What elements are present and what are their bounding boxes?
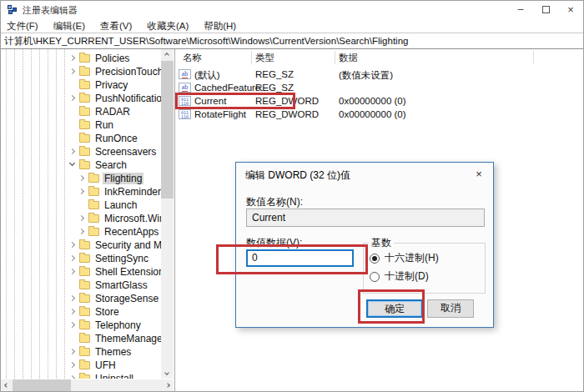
menu-edit[interactable]: 编辑(E) — [53, 20, 85, 33]
chevron-right-icon[interactable] — [69, 361, 78, 369]
column-header-type[interactable]: 类型 — [255, 52, 274, 64]
scroll-right-icon[interactable] — [162, 379, 174, 392]
menu-favorites[interactable]: 收藏夹(A) — [147, 20, 189, 33]
chevron-right-icon[interactable] — [69, 294, 78, 303]
radio-hexadecimal[interactable]: 十六进制(H) — [370, 251, 439, 265]
base-group-label: 基数 — [369, 236, 394, 250]
folder-icon — [79, 321, 90, 329]
chevron-right-icon[interactable] — [69, 148, 78, 156]
tree-item-pushnotifications[interactable]: PushNotifications — [1, 92, 161, 105]
menu-view[interactable]: 查看(V) — [100, 20, 132, 33]
chevron-right-icon[interactable] — [69, 54, 78, 63]
maximize-icon — [542, 6, 550, 13]
dialog-close-icon[interactable]: × — [472, 168, 486, 181]
value-row-current[interactable]: 011110 Current REG_DWORD 0x00000000 (0) — [176, 94, 584, 108]
tree-item-store[interactable]: Store — [1, 305, 161, 319]
tree-item-search[interactable]: Search — [1, 158, 161, 172]
tree-item-inkreminder[interactable]: InkReminder — [1, 185, 161, 199]
tree-item-uninstall[interactable]: Uninstall — [1, 372, 161, 379]
menu-bar: 文件(F) 编辑(E) 查看(V) 收藏夹(A) 帮助(H) — [1, 19, 583, 33]
tree-item-radar[interactable]: RADAR — [1, 105, 161, 118]
value-name-field[interactable]: Current — [246, 209, 485, 227]
menu-file[interactable]: 文件(F) — [7, 20, 38, 33]
chevron-down-icon[interactable] — [69, 161, 78, 169]
tree-item-ufh[interactable]: UFH — [1, 359, 161, 372]
tree-item-privacy[interactable]: Privacy — [1, 78, 161, 92]
tree-item-shell-extensions[interactable]: Shell Extensions — [1, 265, 161, 279]
scrollbar-thumb[interactable] — [13, 379, 71, 392]
value-row-default[interactable]: ab (默认) REG_SZ (数值未设置) — [176, 68, 584, 81]
tree-item-precisiontouchpad[interactable]: PrecisionTouchPa — [1, 65, 161, 78]
cancel-button[interactable]: 取消 — [427, 299, 474, 318]
chevron-right-icon[interactable] — [69, 268, 78, 276]
chevron-right-icon[interactable] — [69, 308, 78, 316]
string-value-icon: ab — [179, 83, 191, 93]
folder-icon — [79, 108, 90, 116]
dialog-title-bar: 编辑 DWORD (32 位)值 × — [236, 163, 493, 185]
tree-horizontal-scrollbar[interactable] — [1, 379, 174, 392]
column-header-name[interactable]: 名称 — [183, 52, 202, 64]
close-button[interactable]: × — [558, 1, 583, 18]
value-row-cachedfeature[interactable]: ab CachedFeature... REG_SZ — [176, 81, 584, 94]
tree-vertical-scrollbar[interactable] — [161, 49, 174, 379]
chevron-right-icon[interactable] — [69, 241, 78, 249]
folder-icon — [79, 94, 90, 103]
radio-selected-icon — [370, 254, 380, 264]
folder-icon — [88, 214, 99, 223]
value-row-rotateflight[interactable]: 011110 RotateFlight REG_DWORD 0x00000000… — [176, 108, 584, 121]
tree-item-thememanager[interactable]: ThemeManager — [1, 332, 161, 345]
scrollbar-thumb[interactable] — [161, 61, 174, 199]
chevron-right-icon[interactable] — [69, 321, 78, 329]
edit-dword-dialog: 编辑 DWORD (32 位)值 × 数值名称(N): Current 数值数据… — [235, 162, 494, 328]
folder-icon — [79, 54, 90, 63]
menu-help[interactable]: 帮助(H) — [204, 20, 236, 33]
chevron-right-icon[interactable] — [78, 188, 87, 196]
tree-item-run[interactable]: Run — [1, 118, 161, 132]
chevron-right-icon[interactable] — [69, 348, 78, 356]
chevron-right-icon[interactable] — [69, 68, 78, 76]
folder-icon — [79, 308, 90, 316]
address-bar[interactable]: 计算机\HKEY_CURRENT_USER\Software\Microsoft… — [1, 33, 583, 49]
tree-item-policies[interactable]: Policies — [1, 52, 161, 65]
tree-item-microsoft-win[interactable]: Microsoft.Win — [1, 212, 161, 225]
tree-item-storagesense[interactable]: StorageSense — [1, 292, 161, 305]
chevron-right-icon[interactable] — [78, 214, 87, 223]
value-name-label: 数值名称(N): — [246, 195, 303, 209]
chevron-right-icon[interactable] — [69, 254, 78, 263]
title-bar: 注册表编辑器 – × — [1, 1, 583, 19]
tree-item-telephony[interactable]: Telephony — [1, 319, 161, 332]
chevron-right-icon[interactable] — [69, 374, 78, 379]
tree-item-security-maintenance[interactable]: Security and Mai — [1, 239, 161, 252]
tree-item-runonce[interactable]: RunOnce — [1, 132, 161, 145]
tree-item-screensavers[interactable]: Screensavers — [1, 145, 161, 158]
dword-value-icon: 011110 — [179, 96, 191, 106]
folder-icon — [79, 134, 90, 143]
folder-icon — [79, 148, 90, 156]
registry-path: 计算机\HKEY_CURRENT_USER\Software\Microsoft… — [4, 35, 408, 48]
scroll-left-icon[interactable] — [1, 379, 13, 392]
tree-item-themes[interactable]: Themes — [1, 345, 161, 359]
chevron-right-icon[interactable] — [78, 174, 87, 183]
chevron-right-icon[interactable] — [78, 228, 87, 236]
maximize-button[interactable] — [533, 1, 558, 18]
folder-icon — [79, 334, 90, 343]
dword-value-icon: 011110 — [179, 109, 191, 119]
folder-icon — [79, 161, 90, 169]
chevron-none — [78, 201, 87, 209]
folder-icon — [79, 374, 90, 379]
tree-item-flighting[interactable]: Flighting — [1, 172, 161, 185]
scroll-down-icon[interactable] — [161, 367, 174, 379]
radio-decimal[interactable]: 十进制(D) — [370, 269, 429, 284]
tree-item-launch[interactable]: Launch — [1, 199, 161, 212]
scroll-up-icon[interactable] — [161, 49, 174, 61]
ok-button[interactable]: 确定 — [366, 299, 423, 318]
tree-item-recentapps[interactable]: RecentApps — [1, 225, 161, 239]
tree-item-smartglass[interactable]: SmartGlass — [1, 279, 161, 292]
folder-icon — [88, 174, 99, 183]
column-header-data[interactable]: 数据 — [339, 52, 358, 64]
minimize-button[interactable]: – — [508, 1, 533, 18]
chevron-right-icon[interactable] — [69, 94, 78, 103]
tree-item-settingsync[interactable]: SettingSync — [1, 252, 161, 265]
value-data-input[interactable]: 0 — [246, 249, 354, 267]
chevron-none — [69, 134, 78, 143]
